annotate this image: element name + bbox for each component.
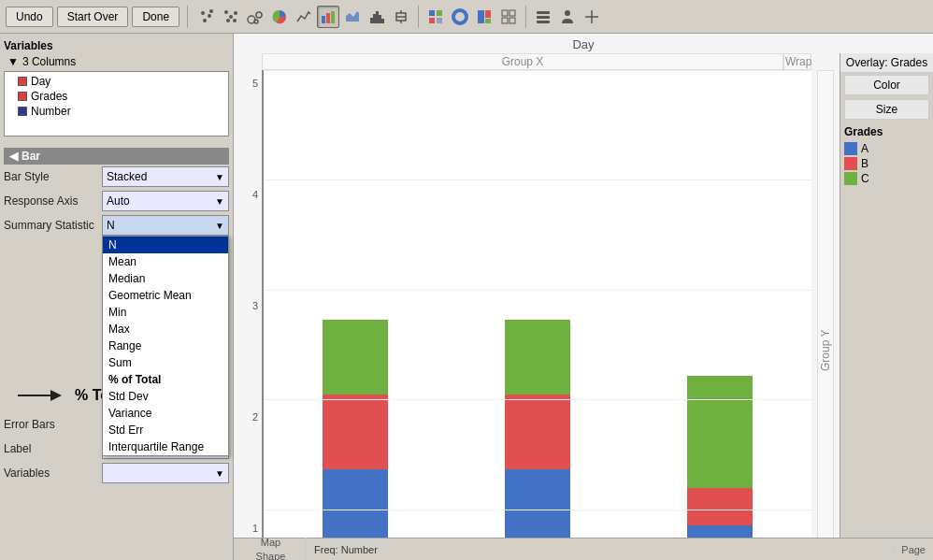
tree-columns[interactable]: ▼ 3 Columns [4, 54, 229, 69]
toolbar-separator [187, 6, 188, 28]
variables-field-control[interactable]: ▼ [102, 463, 229, 483]
bars-area [262, 70, 811, 538]
day-label: Day [31, 75, 50, 88]
svg-rect-36 [502, 18, 508, 23]
stat-option-sum[interactable]: Sum [103, 354, 228, 371]
treemap-icon[interactable] [473, 6, 495, 28]
var-number[interactable]: Number [7, 104, 226, 119]
group-x-area: Group X Wrap [262, 53, 811, 70]
svg-point-4 [224, 10, 228, 14]
left-panel: Variables ▼ 3 Columns Day Grades [0, 34, 234, 560]
svg-rect-20 [381, 19, 384, 23]
stat-option-geometric-mean[interactable]: Geometric Mean [103, 287, 228, 304]
bar-section-header[interactable]: ◀ Bar [4, 148, 229, 165]
bars-and-xlabels: First Second Third Day [262, 70, 811, 538]
variables-dropdown[interactable]: ▼ [102, 463, 229, 483]
done-button[interactable]: Done [132, 7, 179, 27]
svg-rect-26 [437, 10, 442, 16]
stat-option-max[interactable]: Max [103, 321, 228, 337]
summary-statistic-control[interactable]: N ▼ N Mean Median Geometric Mean Min Max… [102, 215, 229, 236]
variables-field-label: Variables [4, 467, 102, 480]
bar-segment-first-b[interactable] [323, 395, 388, 469]
stat-option-min[interactable]: Min [103, 304, 228, 321]
svg-rect-13 [326, 13, 330, 23]
response-axis-value: Auto [107, 194, 130, 208]
legend-label-a: A [861, 142, 868, 155]
response-axis-dropdown[interactable]: Auto ▼ [102, 191, 229, 211]
stat-option-n[interactable]: N [103, 237, 228, 253]
start-over-button[interactable]: Start Over [57, 7, 129, 27]
svg-rect-38 [537, 11, 550, 14]
undo-button[interactable]: Undo [6, 7, 53, 27]
svg-rect-32 [485, 10, 491, 18]
var-grades[interactable]: Grades [7, 89, 226, 104]
collapse-icon: ▼ [7, 55, 19, 68]
stat-option-variance[interactable]: Variance [103, 405, 228, 422]
bar-style-control[interactable]: Stacked ▼ [102, 166, 229, 187]
page-label: Page [893, 544, 926, 555]
bar-segment-first-a[interactable] [323, 469, 388, 538]
svg-rect-25 [429, 10, 435, 16]
legend-item-c: C [844, 172, 929, 185]
bar-chart-icon[interactable] [317, 6, 339, 28]
legend-label-b: B [861, 157, 868, 170]
grid3-icon[interactable] [497, 6, 520, 28]
stat-option-iqr[interactable]: Interquartile Range [103, 438, 228, 455]
scatter-plot-icon[interactable] [195, 6, 218, 28]
settings-icon[interactable] [532, 6, 554, 28]
bar-segment-second-b[interactable] [505, 395, 570, 469]
var-day[interactable]: Day [7, 74, 226, 89]
bar-segment-third-b[interactable] [687, 488, 753, 525]
bar-group-first [264, 78, 446, 538]
svg-rect-40 [537, 21, 550, 23]
response-axis-row: Response Axis Auto ▼ [4, 191, 229, 211]
bubble-icon[interactable] [244, 6, 266, 28]
bar-segment-third-a[interactable] [687, 525, 753, 538]
color-button[interactable]: Color [844, 75, 929, 95]
legend-section: Grades A B C [840, 122, 933, 191]
histogram-icon[interactable] [366, 6, 388, 28]
summary-statistic-label: Summary Statistic [4, 219, 102, 232]
bar-segment-second-a[interactable] [505, 469, 570, 538]
response-axis-control[interactable]: Auto ▼ [102, 191, 229, 211]
svg-rect-14 [331, 11, 335, 23]
svg-point-5 [229, 15, 233, 19]
map-shape-label[interactable]: Map Shape [241, 536, 307, 560]
bar-segment-first-c[interactable] [323, 320, 388, 395]
scatter2-plot-icon[interactable] [220, 6, 242, 28]
bar-section-label: Bar [22, 150, 40, 163]
y-label-3: 3 [252, 300, 258, 311]
pie-chart-icon[interactable] [268, 6, 291, 28]
bar-segment-second-c[interactable] [505, 320, 570, 395]
stat-option-std-err[interactable]: Std Err [103, 422, 228, 438]
svg-rect-28 [437, 18, 442, 23]
stat-option-pct-total[interactable]: % of Total [103, 371, 228, 388]
line-chart-icon[interactable] [293, 6, 315, 28]
extra-icon[interactable] [581, 6, 603, 28]
bar-style-dropdown[interactable]: Stacked ▼ [102, 166, 229, 187]
y-label-2: 2 [252, 411, 258, 423]
person-icon[interactable] [556, 6, 579, 28]
svg-point-3 [209, 9, 213, 13]
legend-color-b [844, 157, 857, 170]
toolbar-sep2 [418, 6, 419, 28]
donut-icon[interactable] [449, 6, 471, 28]
toolbar-sep3 [525, 6, 526, 28]
area-chart-icon[interactable] [341, 6, 364, 28]
summary-statistic-dropdown[interactable]: N ▼ [102, 215, 229, 236]
stat-option-std-dev[interactable]: Std Dev [103, 388, 228, 405]
bar-segment-third-c[interactable] [687, 376, 753, 488]
svg-rect-37 [510, 18, 515, 23]
svg-rect-18 [376, 11, 379, 23]
bar-style-arrow: ▼ [215, 172, 224, 182]
heatmap-icon[interactable] [424, 6, 447, 28]
variables-arrow: ▼ [215, 468, 224, 479]
svg-rect-39 [537, 16, 550, 19]
bar-style-label: Bar Style [4, 170, 102, 183]
stat-option-mean[interactable]: Mean [103, 253, 228, 270]
svg-rect-34 [502, 10, 508, 16]
stat-option-range[interactable]: Range [103, 337, 228, 354]
size-button[interactable]: Size [844, 99, 929, 120]
stat-option-median[interactable]: Median [103, 270, 228, 287]
boxplot-icon[interactable] [390, 6, 412, 28]
